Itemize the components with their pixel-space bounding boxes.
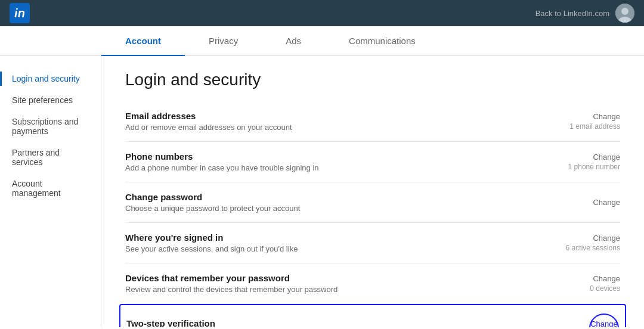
setting-info-0: Email addressesAdd or remove email addre…: [125, 111, 561, 132]
change-link-0[interactable]: Change: [561, 112, 620, 121]
change-detail-0: 1 email address: [561, 122, 620, 131]
sidebar-item-subscriptions[interactable]: Subscriptions and payments: [0, 111, 101, 142]
change-link-2[interactable]: Change: [561, 198, 620, 207]
svg-point-1: [621, 8, 628, 15]
setting-info-2: Change passwordChoose a unique password …: [125, 192, 561, 213]
header-right: Back to LinkedIn.com: [535, 4, 634, 23]
sidebar-item-account-management[interactable]: Account management: [0, 173, 101, 204]
setting-row-1: Phone numbersAdd a phone number in case …: [125, 142, 620, 182]
setting-row-2: Change passwordChoose a unique password …: [125, 182, 620, 223]
tab-ads[interactable]: Ads: [262, 26, 325, 55]
change-detail-3: 6 active sessions: [561, 244, 620, 252]
setting-desc-4: Review and control the devices that reme…: [125, 285, 561, 294]
setting-title-3: Where you're signed in: [125, 232, 561, 243]
change-link-4[interactable]: Change: [561, 274, 620, 283]
setting-desc-1: Add a phone number in case you have trou…: [125, 163, 561, 172]
setting-action-4: Change0 devices: [561, 274, 620, 293]
setting-desc-2: Choose a unique password to protect your…: [125, 204, 561, 213]
main-layout: Login and security Site preferences Subs…: [0, 56, 644, 327]
setting-action-3: Change6 active sessions: [561, 234, 620, 252]
content-area: Login and security Email addressesAdd or…: [101, 56, 644, 327]
setting-title-1: Phone numbers: [125, 151, 561, 162]
setting-action-0: Change1 email address: [561, 112, 620, 131]
setting-info-1: Phone numbersAdd a phone number in case …: [125, 151, 561, 172]
setting-row-4: Devices that remember your passwordRevie…: [125, 263, 620, 304]
setting-action-1: Change1 phone number: [561, 153, 620, 171]
setting-row-3: Where you're signed inSee your active se…: [125, 223, 620, 263]
setting-title-5: Two-step verification: [126, 318, 559, 328]
linkedin-logo[interactable]: in: [10, 3, 30, 23]
setting-title-2: Change password: [125, 192, 561, 202]
setting-desc-3: See your active sessions, and sign out i…: [125, 244, 561, 253]
page-title: Login and security: [125, 70, 620, 89]
setting-title-0: Email addresses: [125, 111, 561, 121]
tab-communications[interactable]: Communications: [325, 26, 439, 55]
change-circle-5[interactable]: ChangeOff: [589, 314, 619, 327]
change-link-5[interactable]: Change: [590, 319, 618, 328]
sidebar-item-login-security[interactable]: Login and security: [0, 68, 101, 89]
header: in Back to LinkedIn.com: [0, 0, 644, 26]
setting-action-2: Change: [561, 198, 620, 207]
tabs-nav: Account Privacy Ads Communications: [0, 26, 644, 56]
logo-text: in: [14, 7, 25, 20]
tab-privacy[interactable]: Privacy: [185, 26, 262, 55]
change-link-1[interactable]: Change: [561, 153, 620, 162]
back-to-linkedin-link[interactable]: Back to LinkedIn.com: [535, 9, 609, 18]
setting-title-4: Devices that remember your password: [125, 273, 561, 283]
change-detail-1: 1 phone number: [561, 163, 620, 171]
setting-row-0: Email addressesAdd or remove email addre…: [125, 101, 620, 142]
setting-desc-0: Add or remove email addresses on your ac…: [125, 123, 561, 132]
setting-info-5: Two-step verificationActivate this featu…: [126, 318, 559, 328]
setting-action-5: ChangeOff: [559, 314, 619, 327]
avatar[interactable]: [615, 4, 634, 23]
settings-list: Email addressesAdd or remove email addre…: [125, 101, 620, 327]
setting-row-5: Two-step verificationActivate this featu…: [119, 304, 626, 327]
setting-info-3: Where you're signed inSee your active se…: [125, 232, 561, 253]
sidebar: Login and security Site preferences Subs…: [0, 56, 101, 327]
sidebar-item-site-preferences[interactable]: Site preferences: [0, 89, 101, 111]
change-detail-4: 0 devices: [561, 284, 620, 293]
setting-info-4: Devices that remember your passwordRevie…: [125, 273, 561, 294]
change-link-3[interactable]: Change: [561, 234, 620, 243]
sidebar-item-partners[interactable]: Partners and services: [0, 142, 101, 173]
tab-account[interactable]: Account: [101, 26, 185, 55]
